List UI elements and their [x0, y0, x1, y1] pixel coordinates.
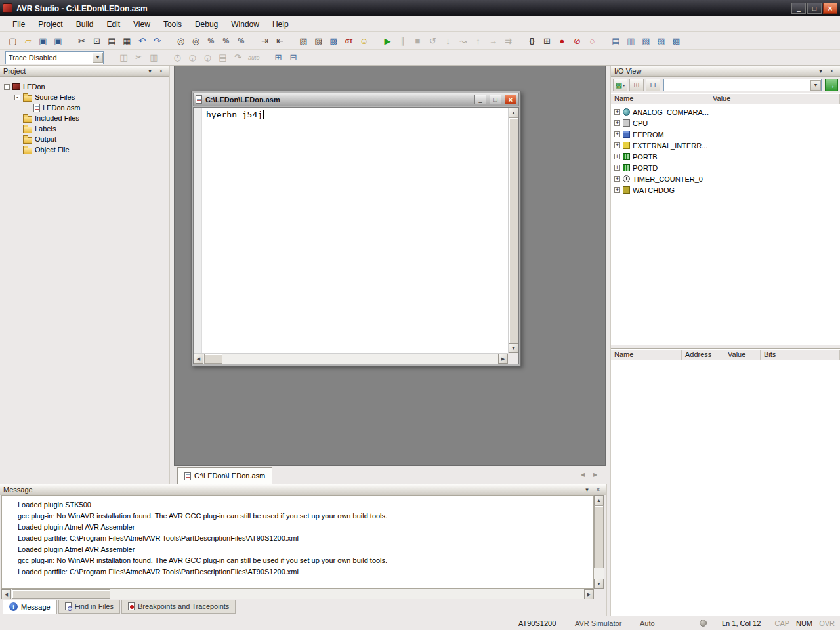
step-over-icon[interactable]: ↝ [455, 34, 471, 48]
find-icon[interactable]: ◎ [173, 34, 188, 48]
expand-icon[interactable]: + [614, 109, 620, 115]
trace-previous-icon[interactable]: ◵ [185, 51, 200, 64]
find-in-files-icon[interactable]: ◎ [188, 34, 203, 48]
collapse-icon[interactable]: - [4, 84, 10, 90]
panel-menu-icon[interactable]: ▾ [145, 66, 155, 75]
watch-window-icon[interactable]: ⊞ [539, 34, 555, 48]
editor-selection-margin[interactable] [194, 108, 202, 353]
menu-item[interactable]: Debug [189, 18, 224, 31]
editor-maximize-button[interactable]: □ [490, 94, 501, 104]
next-bookmark-icon[interactable]: % [219, 34, 234, 48]
column-address[interactable]: Address [682, 350, 724, 360]
tree-item-label[interactable]: LEDon.asm [43, 104, 80, 112]
io-item-label[interactable]: TIMER_COUNTER_0 [633, 175, 703, 183]
details-view-icon[interactable]: ⊟ [646, 79, 660, 91]
disassembler-view-icon[interactable]: ▨ [654, 34, 669, 48]
quickwatch-icon[interactable]: {} [524, 34, 539, 48]
indent-icon[interactable]: ⇥ [257, 34, 272, 48]
save-all-icon[interactable]: ▣ [51, 34, 66, 48]
select-device-icon[interactable]: ▩ [326, 34, 341, 48]
io-item-cpu[interactable]: + CPU [611, 117, 840, 129]
tree-item-label[interactable]: Object File [35, 146, 70, 154]
toggle-breakpoint-icon[interactable]: ● [555, 34, 570, 48]
tree-item-output[interactable]: Output [0, 134, 169, 144]
io-view-icon[interactable]: ▩ [669, 34, 684, 48]
io-item-label[interactable]: CPU [633, 119, 648, 127]
scroll-left-icon[interactable]: ◀ [1, 589, 11, 599]
menu-item[interactable]: File [7, 18, 31, 31]
select-device-icon[interactable]: ▩ ▾ [613, 79, 627, 91]
print-icon[interactable]: ▦ [119, 34, 135, 48]
step-into-icon[interactable]: ↓ [440, 34, 455, 48]
memory-window-icon[interactable]: ⊞ [271, 51, 286, 64]
scroll-down-icon[interactable]: ▼ [594, 579, 604, 589]
document-tab[interactable]: C:\LEDon\LEDon.asm [177, 467, 272, 484]
autostep-icon[interactable]: ⇉ [501, 34, 516, 48]
io-view-header[interactable]: I/O View ▾ × [611, 66, 840, 77]
tree-item-label[interactable]: Output [35, 135, 56, 143]
auto-label-icon[interactable]: auto [245, 51, 262, 64]
cut-icon[interactable]: ✂ [74, 34, 89, 48]
close-button[interactable]: × [823, 3, 837, 14]
tree-item-label[interactable]: Included Files [35, 114, 79, 122]
save-icon[interactable]: ▣ [35, 34, 51, 48]
io-item-label[interactable]: PORTB [633, 153, 658, 161]
panel-menu-icon[interactable]: ▾ [816, 66, 826, 75]
title-bar[interactable]: AVR Studio - C:\LEDon\LEDon.asm _ □ × [0, 0, 840, 16]
minimize-button[interactable]: _ [791, 3, 806, 14]
maximize-button[interactable]: □ [807, 3, 822, 14]
simulator-options-icon[interactable]: ☺ [356, 34, 371, 48]
column-value[interactable]: Value [724, 350, 761, 360]
io-item-portd[interactable]: + PORTD [611, 162, 840, 173]
panel-menu-icon[interactable]: ▾ [582, 485, 592, 494]
message-horizontal-scrollbar[interactable]: ◀ ▶ [1, 589, 594, 599]
tab-scroll-right-icon[interactable]: ▶ [590, 470, 600, 480]
tree-item-object-file[interactable]: Object File [0, 144, 169, 155]
expand-icon[interactable]: + [614, 120, 620, 126]
tree-item-label[interactable]: Labels [35, 125, 56, 133]
io-item-timer-counter-0[interactable]: + TIMER_COUNTER_0 [611, 173, 840, 184]
io-item-external-interrupt[interactable]: + EXTERNAL_INTERR... [611, 140, 840, 151]
tab-scroll-left-icon[interactable]: ◀ [578, 470, 588, 480]
menu-item[interactable]: Help [266, 18, 295, 31]
open-file-icon[interactable]: ▱ [20, 34, 35, 48]
editor-window-titlebar[interactable]: C:\LEDon\LEDon.asm _ □ × [193, 93, 519, 106]
clear-trace-icon[interactable]: ✂ [131, 51, 146, 64]
menu-item[interactable]: Edit [100, 18, 126, 31]
scrollbar-thumb[interactable] [204, 354, 222, 364]
tab-find-in-files[interactable]: Find in Files [58, 600, 120, 614]
expand-icon[interactable]: + [614, 154, 620, 159]
copy-icon[interactable]: ⊡ [89, 34, 104, 48]
dropdown-arrow-icon[interactable]: ▼ [810, 80, 821, 91]
menu-item[interactable]: Tools [158, 18, 188, 31]
memory-view-icon[interactable]: ▥ [623, 34, 639, 48]
outdent-icon[interactable]: ⇤ [272, 34, 287, 48]
expand-icon[interactable]: + [614, 176, 620, 182]
assemble-icon[interactable]: ▧ [296, 34, 311, 48]
disable-breakpoints-icon[interactable]: ◌ [585, 34, 600, 48]
io-item-label[interactable]: PORTD [633, 164, 658, 172]
scrollbar-thumb[interactable] [594, 505, 604, 568]
code-editor[interactable]: hyerhn j54j [203, 108, 508, 353]
toggle-bookmark-icon[interactable]: % [203, 34, 219, 48]
column-value[interactable]: Value [709, 94, 840, 104]
expand-icon[interactable]: + [614, 165, 620, 171]
tree-item-ledon-asm[interactable]: LEDon.asm [0, 102, 169, 113]
watch-view-icon[interactable]: ▤ [608, 34, 623, 48]
menu-item[interactable]: View [127, 18, 156, 31]
list-view-icon[interactable]: ⊞ [629, 79, 644, 91]
run-icon[interactable]: ▶ [380, 34, 395, 48]
save-trace-icon[interactable]: ▥ [146, 51, 161, 64]
menu-item[interactable]: Window [225, 18, 265, 31]
project-panel-header[interactable]: Project ▾ × [0, 66, 169, 77]
tree-item-included-files[interactable]: Included Files [0, 113, 169, 123]
summary-window-icon[interactable]: ⊟ [286, 51, 301, 64]
expand-icon[interactable]: + [614, 142, 620, 148]
panel-close-icon[interactable]: × [156, 66, 166, 75]
tab-message[interactable]: Message [3, 600, 57, 614]
io-item-eeprom[interactable]: + EEPROM [611, 129, 840, 140]
scroll-up-icon[interactable]: ▲ [509, 108, 518, 117]
stack-monitor-icon[interactable]: ▤ [215, 51, 230, 64]
register-view-icon[interactable]: ▧ [639, 34, 654, 48]
tree-item-source-files[interactable]: - Source Files [0, 92, 169, 102]
